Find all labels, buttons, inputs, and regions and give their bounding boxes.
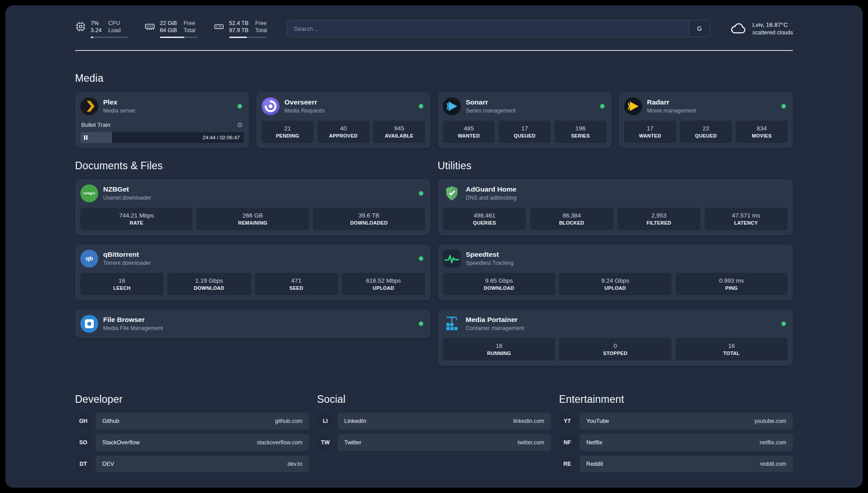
disk-label: Free	[255, 20, 267, 27]
link-url: reddit.com	[760, 461, 786, 467]
link-abbr: GH	[75, 413, 92, 430]
link-github[interactable]: GH Githubgithub.com	[75, 413, 309, 430]
qbittorrent-icon: qb	[80, 250, 98, 267]
app-card-overseerr[interactable]: Overseerr Media Requests 21PENDING 40APP…	[256, 92, 430, 148]
section-title-entertainment: Entertainment	[559, 393, 793, 405]
stat-stopped: 0STOPPED	[559, 338, 671, 360]
plex-now-playing: Bullet Train ⚙ 24:44 / 02:06:47	[80, 117, 244, 143]
topbar-divider	[75, 50, 793, 51]
stat-pending: 21PENDING	[262, 121, 313, 143]
ram-label2: Total	[184, 27, 195, 34]
stat-remaining: 266 GBREMAINING	[196, 208, 309, 230]
link-label: StackOverflow	[102, 439, 140, 446]
link-abbr: YT	[559, 413, 576, 430]
app-card-filebrowser[interactable]: File Browser Media File Management	[75, 309, 430, 338]
stat-available: 945AVAILABLE	[373, 121, 425, 143]
playback-progress-bar[interactable]: 24:44 / 02:06:47	[80, 132, 244, 143]
gear-icon[interactable]: ⚙	[237, 121, 243, 129]
ram-total: 64 GiB	[160, 27, 177, 34]
app-card-plex[interactable]: Plex Media server Bullet Train ⚙ 24:44 /…	[75, 92, 249, 148]
cpu-load: 3.24	[91, 27, 101, 34]
stat-download: 9.65 GbpsDOWNLOAD	[443, 273, 555, 295]
stat-ping: 0.993 msPING	[676, 273, 788, 295]
stat-wanted: 485WANTED	[443, 121, 495, 143]
link-stackoverflow[interactable]: SO StackOverflowstackoverflow.com	[75, 434, 309, 451]
cpu-chip-icon	[75, 20, 86, 32]
app-card-nzbget[interactable]: nzbget NZBGet Usenet downloader 744.21 M…	[75, 179, 430, 235]
link-twitter[interactable]: TW Twittertwitter.com	[317, 434, 551, 451]
nzbget-icon: nzbget	[80, 184, 98, 202]
app-name: File Browser	[103, 315, 414, 324]
link-linkedin[interactable]: LI LinkedInlinkedin.com	[317, 413, 551, 430]
app-name: NZBGet	[103, 185, 414, 193]
section-media: Media Plex Media server Bullet Train	[75, 72, 793, 148]
stat-upload: 618.52 MbpsUPLOAD	[342, 273, 425, 295]
stat-queued: 22QUEUED	[680, 121, 732, 143]
link-reddit[interactable]: RE Redditreddit.com	[559, 455, 793, 472]
ram-label: Free	[184, 20, 195, 27]
status-dot	[781, 322, 786, 326]
speedtest-icon	[443, 250, 461, 267]
link-abbr: LI	[317, 413, 334, 430]
app-subtitle: Speedtest Tracking	[466, 259, 788, 267]
ram-metric: 22 GiB 64 GiB Free Total	[144, 20, 197, 38]
app-card-adguard[interactable]: AdGuard Home DNS and adblocking 498,461Q…	[438, 179, 793, 235]
search-input[interactable]	[287, 21, 689, 37]
section-title-social: Social	[317, 393, 551, 405]
disk-label2: Total	[255, 27, 267, 34]
pause-icon[interactable]	[84, 135, 88, 140]
status-dot	[419, 322, 423, 326]
ram-free: 22 GiB	[160, 20, 177, 27]
link-youtube[interactable]: YT YouTubeyoutube.com	[559, 413, 793, 430]
link-label: Github	[102, 418, 119, 424]
stat-downloaded: 39.6 TBDOWNLOADED	[313, 208, 425, 230]
adguard-shield-icon	[443, 184, 461, 202]
app-name: Overseerr	[284, 98, 414, 106]
link-label: DEV	[102, 460, 114, 467]
link-url: dev.to	[288, 461, 302, 467]
weather-condition: scattered clouds	[752, 29, 793, 37]
cpu-label: CPU	[108, 20, 121, 27]
section-title-media: Media	[75, 72, 793, 84]
app-name: qBittorrent	[103, 250, 414, 259]
link-dev[interactable]: DT DEVdev.to	[75, 455, 309, 472]
app-subtitle: Media server	[103, 107, 233, 114]
link-url: linkedin.com	[513, 418, 544, 424]
link-url: youtube.com	[754, 418, 786, 424]
section-utilities: Utilities AdGuard Home DNS and adblockin…	[438, 160, 793, 366]
link-url: netflix.com	[760, 439, 786, 446]
app-subtitle: Usenet downloader	[103, 194, 414, 201]
cpu-label2: Load	[108, 27, 121, 34]
link-label: LinkedIn	[344, 418, 366, 424]
stat-upload: 9.24 GbpsUPLOAD	[559, 273, 671, 295]
link-url: github.com	[275, 418, 302, 424]
app-subtitle: Media Requests	[284, 107, 414, 114]
stat-approved: 40APPROVED	[317, 121, 369, 143]
search-engine-button[interactable]: G	[689, 21, 709, 37]
app-card-radarr[interactable]: Radarr Movie management 17WANTED 22QUEUE…	[619, 92, 793, 148]
link-label: Reddit	[586, 460, 603, 467]
link-abbr: DT	[75, 455, 92, 472]
disk-free: 52.4 TB	[229, 20, 249, 27]
weather-widget[interactable]: Lviv, 16.87°C scattered clouds	[730, 21, 793, 37]
sonarr-icon	[443, 97, 461, 115]
stat-filtered: 2,953FILTERED	[618, 208, 701, 230]
app-subtitle: Series management	[466, 107, 595, 114]
link-netflix[interactable]: NF Netflixnetflix.com	[559, 434, 793, 451]
link-abbr: RE	[559, 455, 576, 472]
app-card-portainer[interactable]: Media Portainer Container management 16R…	[438, 309, 793, 366]
app-subtitle: Movie management	[647, 107, 776, 114]
app-card-sonarr[interactable]: Sonarr Series management 485WANTED 17QUE…	[438, 92, 612, 148]
status-dot	[781, 104, 786, 109]
section-documents: Documents & Files nzbget NZBGet Usenet d…	[75, 160, 430, 338]
dashboard: 7% 3.24 CPU Load	[5, 5, 863, 488]
ram-icon	[144, 20, 155, 32]
stat-running: 16RUNNING	[443, 338, 555, 360]
app-subtitle: Torrent downloader	[103, 259, 414, 267]
stat-wanted: 17WANTED	[624, 121, 676, 143]
app-card-qbittorrent[interactable]: qb qBittorrent Torrent downloader 16LEEC…	[75, 244, 430, 301]
playback-time: 24:44 / 02:06:47	[203, 135, 240, 140]
status-dot	[600, 104, 605, 109]
app-card-speedtest[interactable]: Speedtest Speedtest Tracking 9.65 GbpsDO…	[438, 244, 793, 301]
stat-rate: 744.21 MbpsRATE	[80, 208, 192, 230]
